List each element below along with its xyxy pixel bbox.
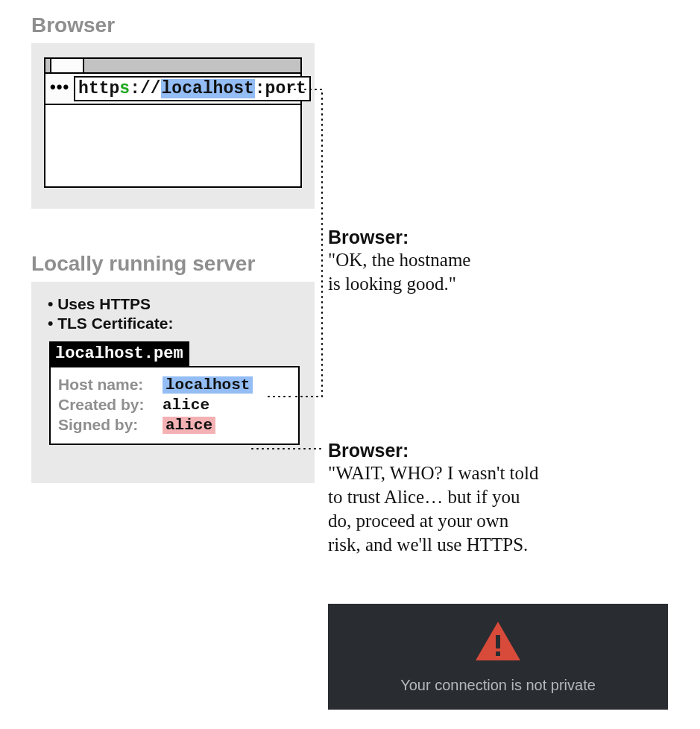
speech1-line1: "OK, the hostname [328,248,604,272]
cert-createdby-label: Created by: [58,396,163,414]
cert-signedby-value: alice [163,417,215,434]
cert-row-hostname: Host name: localhost [58,376,291,394]
speech2-line1: "WAIT, WHO? I wasn't told [328,461,686,485]
browser-viewport [44,105,302,188]
server-panel: Uses HTTPS TLS Certificate: localhost.pe… [31,282,315,483]
speech2-line3: do, proceed at your own [328,509,686,533]
svg-rect-1 [496,635,500,648]
bullet-tls-certificate: TLS Certificate: [48,315,301,332]
speech1-title: Browser: [328,227,604,248]
url-separator: :// [130,79,160,98]
cert-row-signedby: Signed by: alice [58,416,291,434]
url-scheme-http: http [78,79,119,98]
cert-signedby-label: Signed by: [58,416,163,434]
window-controls-icon: ••• [45,78,74,100]
cert-createdby-value: alice [163,397,209,414]
certificate-box: Host name: localhost Created by: alice S… [49,366,300,445]
tls-warning-card: Your connection is not private [328,604,668,710]
active-tab [50,57,84,72]
svg-rect-2 [496,651,500,656]
server-section-title: Locally running server [31,252,255,276]
browser-speech-2: Browser: "WAIT, WHO? I wasn't told to tr… [328,440,686,557]
browser-speech-1: Browser: "OK, the hostname is looking go… [328,227,604,296]
pem-filename-badge: localhost.pem [49,341,189,366]
server-bullets: Uses HTTPS TLS Certificate: [48,295,301,332]
speech1-line2: is looking good." [328,272,604,296]
browser-window: ••• https://localhost:port [44,57,302,188]
address-bar-row: ••• https://localhost:port [44,72,302,105]
speech2-title: Browser: [328,440,686,461]
cert-hostname-value: localhost [163,376,253,394]
bullet-uses-https: Uses HTTPS [48,295,301,313]
tls-warning-text: Your connection is not private [400,677,596,694]
url-host: localhost [161,79,255,98]
browser-panel: ••• https://localhost:port [31,43,315,209]
address-bar: https://localhost:port [74,76,311,101]
browser-section-title: Browser [31,13,115,37]
url-port: :port [255,79,306,98]
warning-triangle-icon [474,620,522,662]
speech2-line4: risk, and we'll use HTTPS. [328,533,686,557]
cert-hostname-label: Host name: [58,376,163,394]
cert-row-createdby: Created by: alice [58,396,291,414]
url-scheme-s: s [119,79,130,98]
speech2-line2: to trust Alice… but if you [328,485,686,509]
